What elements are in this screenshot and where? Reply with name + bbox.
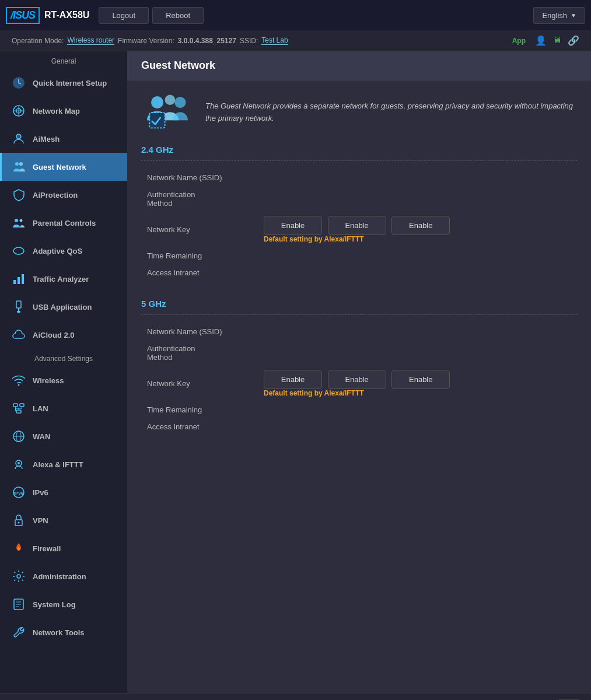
share-icon[interactable]: 🔗 [568,35,579,46]
alexa-icon [11,456,27,473]
alexa-ifttt-text-24: Default setting by Alexa/IFTTT [264,235,571,243]
app-link[interactable]: App [512,37,526,45]
svg-point-6 [15,162,19,166]
enable-button-5-3[interactable]: Enable [391,370,450,389]
field-label: Time Remaining [141,247,258,264]
field-value [258,264,577,281]
sidebar-item-label: Adaptive QoS [33,247,82,256]
sidebar-item-label: System Log [33,600,76,609]
field-label: AuthenticationMethod [141,186,258,212]
svg-point-32 [18,522,20,524]
intro-box: The Guest Network provides a separate ne… [141,92,577,133]
svg-rect-13 [22,274,24,284]
svg-point-28 [18,462,20,464]
sidebar-item-alexa-ifttt[interactable]: Alexa & IFTTT [0,450,127,478]
guest-network-icon [11,159,27,175]
sidebar-item-parental-controls[interactable]: Parental Controls [0,209,127,237]
status-bar: Operation Mode: Wireless router Firmware… [0,30,591,51]
sidebar-item-network-map[interactable]: Network Map [0,97,127,125]
enable-button-24-3[interactable]: Enable [391,216,450,235]
svg-point-39 [165,94,176,105]
sidebar-item-usb-application[interactable]: USB Application [0,293,127,321]
sidebar-item-lan[interactable]: LAN [0,394,127,422]
table-row: Time Remaining [141,401,577,418]
page-title: Guest Network [127,51,591,80]
sidebar-item-traffic-analyzer[interactable]: Traffic Analyzer [0,265,127,293]
svg-rect-18 [20,404,24,407]
main-layout: General Quick Internet Setup Network Map… [0,51,591,693]
lan-icon [11,400,27,416]
guest-network-illustration [141,92,194,133]
chevron-down-icon: ▼ [571,12,576,19]
language-label: English [542,11,567,20]
sidebar-item-label: AiProtection [33,191,78,200]
enable-button-5-2[interactable]: Enable [328,370,386,389]
table-row: Network Key Enable Enable Enable Default… [141,212,577,247]
advanced-section-label: Advanced Settings [0,349,127,366]
sidebar-item-quick-internet-setup[interactable]: Quick Internet Setup [0,69,127,97]
traffic-analyzer-icon [11,271,27,287]
field-value: Enable Enable Enable Default setting by … [258,212,577,247]
sidebar-item-firewall[interactable]: Firewall [0,534,127,562]
top-bar: /ISUS RT-AX58U Logout Reboot English ▼ [0,0,591,30]
enable-button-24-1[interactable]: Enable [264,216,322,235]
network-map-icon [11,103,27,119]
sidebar-item-label: Network Tools [33,628,85,637]
operation-mode-value[interactable]: Wireless router [67,36,114,45]
field-label: Time Remaining [141,401,258,418]
sidebar-item-label: WAN [33,432,50,441]
sidebar-item-administration[interactable]: Administration [0,562,127,590]
band-5ghz-title: 5 GHz [141,299,577,309]
sidebar-item-label: AiCloud 2.0 [33,331,75,340]
vpn-icon [11,512,27,528]
sidebar-item-guest-network[interactable]: Guest Network [0,153,127,181]
svg-rect-17 [13,404,18,407]
sidebar-item-label: USB Application [33,303,92,312]
table-row: Access Intranet [141,264,577,281]
svg-point-33 [17,575,20,578]
ssid-label: SSID: [240,37,258,45]
aiprotection-icon [11,187,27,203]
administration-icon [11,568,27,584]
connection-icon[interactable]: 🖥 [552,35,562,46]
field-label: Access Intranet [141,418,258,435]
field-value [258,418,577,435]
wireless-icon [11,372,27,388]
enable-button-5-1[interactable]: Enable [264,370,322,389]
language-button[interactable]: English ▼ [533,7,585,24]
asus-logo: /ISUS [6,7,40,24]
sidebar-item-vpn[interactable]: VPN [0,506,127,534]
sidebar: General Quick Internet Setup Network Map… [0,51,127,693]
band-5ghz-section: 5 GHz Network Name (SSID) Authentication… [141,299,577,435]
ssid-value[interactable]: Test Lab [261,36,288,45]
firmware-value: 3.0.0.4.388_25127 [178,37,236,45]
sidebar-item-system-log[interactable]: System Log [0,590,127,618]
sidebar-item-aimesh[interactable]: AiMesh [0,125,127,153]
alexa-ifttt-text-5: Default setting by Alexa/IFTTT [264,389,571,397]
sidebar-item-wireless[interactable]: Wireless [0,366,127,394]
sidebar-item-aiprotection[interactable]: AiProtection [0,181,127,209]
enable-button-24-2[interactable]: Enable [328,216,386,235]
sidebar-item-wan[interactable]: WAN [0,422,127,450]
field-value: Enable Enable Enable Default setting by … [258,366,577,401]
footer: ? Help & Support Manual | Product Regist… [0,693,591,700]
reboot-button[interactable]: Reboot [152,7,204,24]
sidebar-item-aicloud[interactable]: AiCloud 2.0 [0,321,127,349]
svg-point-9 [20,219,23,222]
svg-text:IPv6: IPv6 [14,491,24,496]
quick-setup-icon [11,75,27,91]
table-row: Time Remaining [141,247,577,264]
sidebar-item-label: Alexa & IFTTT [33,460,83,469]
ipv6-icon: IPv6 [11,484,27,501]
sidebar-item-ipv6[interactable]: IPv6 IPv6 [0,478,127,506]
field-label: Network Name (SSID) [141,323,258,340]
user-icon[interactable]: 👤 [535,35,547,46]
aimesh-icon [11,131,27,147]
sidebar-item-adaptive-qos[interactable]: Adaptive QoS [0,237,127,265]
table-row: AuthenticationMethod [141,186,577,212]
svg-rect-12 [18,277,20,284]
sidebar-item-network-tools[interactable]: Network Tools [0,618,127,646]
svg-rect-14 [16,301,21,308]
field-label: Network Key [141,212,258,247]
logout-button[interactable]: Logout [99,7,149,24]
